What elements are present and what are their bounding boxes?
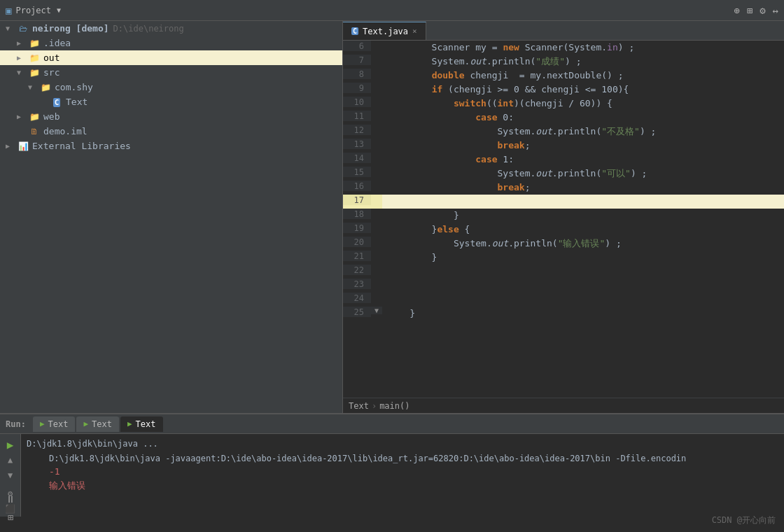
neirong-label: neirong [demo] (32, 23, 109, 34)
demo-iml-label: demo.iml (43, 126, 88, 136)
pause-icon[interactable]: ⏸ (3, 491, 18, 507)
code-line-17: 17 (343, 195, 784, 209)
out-label: out (43, 52, 59, 63)
comshy-folder-icon: 📁 (39, 83, 52, 92)
line-num-22: 22 (343, 265, 371, 275)
web-folder-icon: 📁 (28, 112, 41, 122)
breadcrumb-file: Text (349, 401, 369, 411)
line-num-21: 21 (343, 251, 371, 261)
line-content-16: break; (382, 181, 531, 195)
bottom-tab-text1[interactable]: ▶ Text (33, 416, 76, 432)
scroll-up-icon[interactable]: ▲ (3, 452, 18, 468)
code-line-8: 8 double chengji = my.nextDouble() ; (343, 69, 784, 83)
sidebar-item-idea[interactable]: 📁 .idea (0, 36, 342, 50)
line-num-15: 15 (343, 167, 371, 177)
code-line-25: 25 ▼ } (343, 307, 784, 321)
tab1-run-icon: ▶ (40, 419, 45, 428)
sidebar-item-src[interactable]: 📁 src (0, 65, 342, 80)
extlibs-label: External Libraries (32, 141, 131, 151)
run-label: Run: (6, 419, 26, 429)
line-num-6: 6 (343, 41, 371, 51)
bottom-tab-text3[interactable]: ▶ Text (120, 416, 163, 432)
src-chevron-icon (17, 69, 28, 76)
code-line-16: 16 break; (343, 181, 784, 195)
root-folder-icon: 🗁 (17, 24, 29, 34)
code-editor[interactable]: 6 Scanner my = new Scanner(System.in) ; … (343, 41, 784, 398)
line-num-20: 20 (343, 237, 371, 247)
action-split-icon[interactable]: ↔ (773, 5, 778, 16)
src-label: src (43, 67, 59, 78)
web-chevron-icon (17, 113, 28, 120)
line-content-13: break; (382, 139, 531, 153)
sidebar: 🗁 neirong [demo] D:\ide\neirong 📁 .idea … (0, 21, 343, 413)
bottom-tabs-bar: Run: ▶ Text ▶ Text ▶ Text (0, 414, 784, 434)
comshy-label: com.shy (55, 82, 93, 92)
editor-tab-text-java[interactable]: C Text.java × (343, 22, 426, 40)
code-line-22: 22 (343, 265, 784, 279)
chevron-closed2-icon (17, 54, 28, 62)
run-cmd-text: D:\jdk1.8\jdk\bin\java ... (27, 439, 158, 449)
line-num-17: 17 (343, 195, 371, 205)
line-num-25: 25 (343, 307, 371, 317)
action-add-icon[interactable]: ⊕ (734, 5, 739, 16)
extlibs-icon: 📊 (17, 141, 29, 151)
neirong-path: D:\ide\neirong (113, 24, 184, 34)
sidebar-item-neirong[interactable]: 🗁 neirong [demo] D:\ide\neirong (0, 21, 342, 36)
sidebar-item-text-java[interactable]: C Text (0, 94, 342, 109)
sidebar-item-out[interactable]: 📁 out (0, 50, 342, 65)
run-cmd-line: D:\jdk1.8\jdk\bin\java ... (21, 435, 784, 452)
line-num-19: 19 (343, 223, 371, 233)
line-num-9: 9 (343, 83, 371, 93)
code-line-20: 20 System.out.println("输入错误") ; (343, 237, 784, 251)
watermark: CSDN @开心向前 (712, 514, 776, 526)
code-line-11: 11 case 0: (343, 111, 784, 125)
tab-close-icon[interactable]: × (412, 27, 417, 36)
code-line-18: 18 } (343, 209, 784, 223)
code-line-21: 21 } (343, 251, 784, 265)
chevron-closed-icon (17, 39, 28, 47)
line-num-18: 18 (343, 209, 371, 219)
code-line-23: 23 (343, 279, 784, 293)
code-line-14: 14 case 1: (343, 153, 784, 167)
scroll-down-icon[interactable]: ▼ (3, 468, 18, 483)
line-content-9: if (chengji >= 0 && chengji <= 100){ (382, 83, 629, 97)
output-line-2: 输入错误 (21, 478, 784, 493)
sidebar-item-web[interactable]: 📁 web (0, 109, 342, 124)
code-line-24: 24 (343, 293, 784, 307)
breadcrumb: Text › main() (343, 398, 784, 413)
run-action-icon[interactable]: ▶ (3, 437, 18, 452)
line-content-15: System.out.println("可以") ; (382, 167, 647, 181)
idea-label: .idea (43, 38, 71, 48)
action-settings-icon[interactable]: ⚙ (760, 5, 765, 16)
line-content-10: switch((int)(chengji / 60)) { (382, 97, 612, 111)
chevron-open-icon (6, 24, 17, 32)
line-content-18: } (382, 209, 459, 223)
action-grid-icon[interactable]: ⊞ (747, 5, 752, 16)
text-java-file-icon: C (50, 97, 63, 107)
code-line-13: 13 break; (343, 139, 784, 153)
output-line-1: -1 (21, 465, 784, 478)
project-icon: ▣ (6, 5, 11, 16)
line-num-13: 13 (343, 139, 371, 149)
tab1-label: Text (48, 419, 69, 429)
line-content-11: case 0: (382, 111, 514, 125)
bottom-tab-text2[interactable]: ▶ Text (76, 416, 119, 432)
tab-label: Text.java (363, 27, 408, 36)
iml-file-icon: 🗎 (28, 127, 41, 136)
code-line-12: 12 System.out.println("不及格") ; (343, 125, 784, 139)
line-num-10: 10 (343, 97, 371, 107)
project-label: Project (15, 6, 51, 15)
code-line-7: 7 System.out.println("成绩") ; (343, 55, 784, 69)
step-icon[interactable]: ⊞ (3, 510, 18, 525)
dropdown-icon[interactable]: ▼ (57, 6, 61, 14)
line-content-7: System.out.println("成绩") ; (382, 55, 581, 69)
src-folder-icon: 📁 (28, 68, 41, 78)
sidebar-item-demo-iml[interactable]: 🗎 demo.iml (0, 124, 342, 139)
sidebar-item-comshy[interactable]: 📁 com.shy (0, 80, 342, 94)
comshy-chevron-icon (28, 83, 39, 91)
out-folder-icon: 📁 (28, 53, 41, 63)
sidebar-item-extlibs[interactable]: 📊 External Libraries (0, 139, 342, 153)
line-content-19: }else { (382, 223, 470, 237)
line-num-23: 23 (343, 279, 371, 289)
tab-java-icon: C (351, 27, 358, 35)
